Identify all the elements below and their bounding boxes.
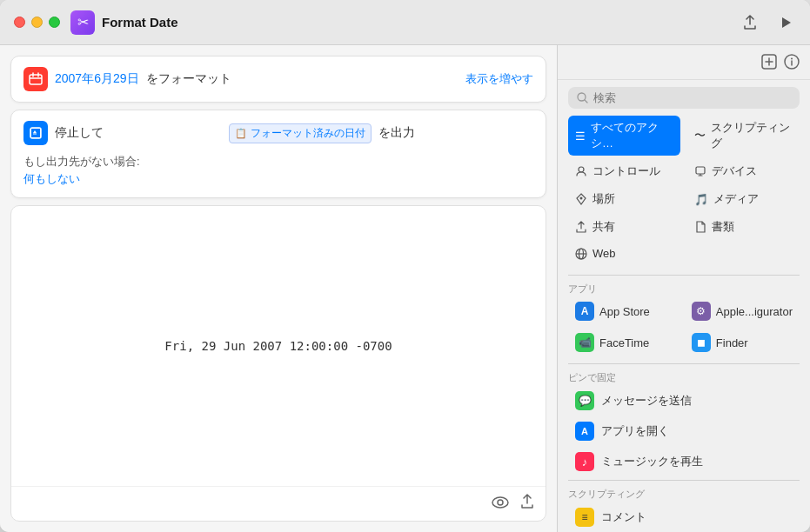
traffic-lights <box>14 17 60 28</box>
messages-label: メッセージを送信 <box>601 393 692 409</box>
titlebar-actions <box>739 11 796 34</box>
scripting-cat-icon: 〜 <box>694 128 706 143</box>
category-scripting[interactable]: 〜 スクリプティング <box>687 116 800 156</box>
eye-button[interactable] <box>492 494 509 514</box>
category-share[interactable]: 共有 <box>568 215 680 239</box>
location-icon <box>575 193 587 205</box>
app-appstore[interactable]: A App Store <box>568 297 678 325</box>
facetime-label: FaceTime <box>599 336 649 349</box>
pinned-music[interactable]: ♪ ミュージックを再生 <box>568 447 800 476</box>
pinned-openapp[interactable]: A アプリを開く <box>568 416 800 446</box>
scripting-divider <box>568 480 800 481</box>
finder-icon: ◼ <box>692 333 711 352</box>
search-input[interactable] <box>593 91 791 104</box>
openapp-label: アプリを開く <box>601 423 669 439</box>
category-media[interactable]: 🎵 メディア <box>687 187 800 211</box>
tag-icon: 📋 <box>235 128 247 139</box>
pinned-messages[interactable]: 💬 メッセージを送信 <box>568 386 800 416</box>
category-all[interactable]: ☰ すべてのアクシ… <box>568 116 680 156</box>
app-facetime[interactable]: 📹 FaceTime <box>568 329 678 356</box>
comment-icon: ≡ <box>575 508 594 527</box>
result-card: Fri, 29 Jun 2007 12:00:00 -0700 <box>10 205 546 522</box>
info-button[interactable] <box>784 54 800 74</box>
play-icon <box>779 16 793 30</box>
web-icon <box>575 248 587 260</box>
configurator-icon: ⚙ <box>692 302 711 321</box>
no-output-label: もし出力先がない場合: <box>23 154 533 170</box>
share-result-icon <box>519 494 535 509</box>
sidebar-header <box>558 45 810 80</box>
apps-divider <box>568 275 800 276</box>
svg-point-14 <box>791 58 793 60</box>
category-docs-label: 書類 <box>712 219 734 235</box>
pinned-divider <box>568 363 800 364</box>
music-icon: ♪ <box>575 452 594 471</box>
add-action-button[interactable] <box>761 54 777 74</box>
category-share-label: 共有 <box>592 219 615 235</box>
category-all-label: すべてのアクシ… <box>591 120 673 151</box>
date-value[interactable]: 2007年6月29日 <box>55 71 139 87</box>
category-location[interactable]: 場所 <box>568 187 680 211</box>
docs-icon <box>694 221 706 233</box>
finder-label: Finder <box>716 336 748 349</box>
main-content: 2007年6月29日 をフォーマット 表示を増やす <box>0 45 810 532</box>
minimize-button[interactable] <box>31 17 43 28</box>
category-docs[interactable]: 書類 <box>687 215 800 239</box>
category-control-label: コントロール <box>592 163 660 179</box>
search-bar[interactable] <box>568 87 800 109</box>
stop-icon <box>23 121 48 145</box>
apps-section-label: アプリ <box>558 279 810 297</box>
show-more-button[interactable]: 表示を増やす <box>465 71 533 87</box>
no-action-link[interactable]: 何もしない <box>23 171 533 187</box>
category-device[interactable]: デバイス <box>687 159 800 183</box>
output-card: 停止して 📋 フォーマット済みの日付 を出力 もし出力先がない場合: 何もしない <box>10 110 546 198</box>
apps-grid: A App Store ⚙ Apple...igurator 📹 FaceTim… <box>558 297 810 360</box>
format-date-row: 2007年6月29日 をフォーマット 表示を増やす <box>23 67 533 91</box>
close-button[interactable] <box>14 17 25 28</box>
facetime-icon: 📹 <box>575 333 594 352</box>
category-web-label: Web <box>592 247 616 260</box>
add-icon <box>761 54 777 70</box>
scripting-comment[interactable]: ≡ コメント <box>568 502 800 532</box>
tag-label: フォーマット済みの日付 <box>251 126 365 141</box>
app-configurator[interactable]: ⚙ Apple...igurator <box>685 297 800 325</box>
category-control[interactable]: コントロール <box>568 159 680 183</box>
category-web[interactable]: Web <box>568 243 680 264</box>
search-icon <box>577 92 588 103</box>
format-date-card: 2007年6月29日 をフォーマット 表示を増やす <box>10 56 546 103</box>
app-icon: ✂ <box>70 10 95 35</box>
category-media-label: メディア <box>713 191 759 207</box>
formatted-date-tag[interactable]: 📋 フォーマット済みの日付 <box>229 123 372 143</box>
scripting-list: ≡ コメント Q 結果を表示 ! アラートを表示 ? 入力を要求 <box>558 502 810 532</box>
right-panel: ☰ すべてのアクシ… 〜 スクリプティング コントロール デバイス <box>558 45 810 532</box>
play-button[interactable] <box>775 12 796 33</box>
svg-marker-0 <box>782 17 791 28</box>
maximize-button[interactable] <box>49 17 60 28</box>
share-cat-icon <box>575 221 587 233</box>
app-finder[interactable]: ◼ Finder <box>685 329 800 356</box>
openapp-icon: A <box>575 422 594 441</box>
appstore-icon: A <box>575 302 594 321</box>
main-window: ✂ Format Date <box>0 0 810 532</box>
configurator-label: Apple...igurator <box>716 305 793 318</box>
eye-icon <box>492 496 509 509</box>
svg-point-8 <box>498 500 503 505</box>
device-icon <box>694 165 706 177</box>
result-text: Fri, 29 Jun 2007 12:00:00 -0700 <box>164 339 392 353</box>
svg-point-21 <box>580 197 583 200</box>
svg-line-16 <box>585 100 587 103</box>
category-location-label: 場所 <box>592 191 615 207</box>
svg-rect-1 <box>30 75 42 84</box>
sidebar-content: ☰ すべてのアクシ… 〜 スクリプティング コントロール デバイス <box>558 80 810 532</box>
share-button[interactable] <box>739 11 761 34</box>
category-device-label: デバイス <box>712 163 757 179</box>
comment-label: コメント <box>601 509 646 525</box>
output-footer <box>11 486 546 521</box>
info-icon <box>784 54 800 70</box>
share-result-button[interactable] <box>519 494 535 514</box>
messages-icon: 💬 <box>575 391 594 410</box>
left-panel: 2007年6月29日 をフォーマット 表示を増やす <box>0 45 558 532</box>
svg-point-7 <box>492 497 508 508</box>
result-content: Fri, 29 Jun 2007 12:00:00 -0700 <box>11 206 546 486</box>
category-grid: ☰ すべてのアクシ… 〜 スクリプティング コントロール デバイス <box>558 116 810 271</box>
